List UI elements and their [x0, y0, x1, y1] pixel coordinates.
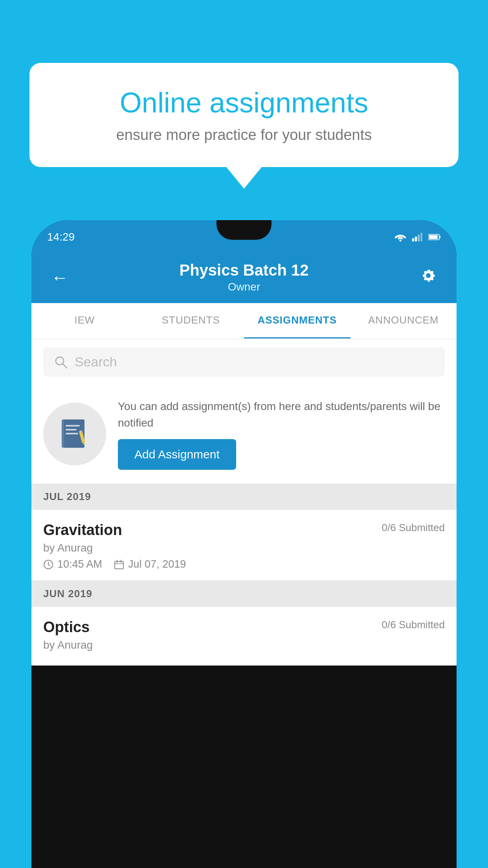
assignment-meta-gravitation: 10:45 AM Jul 07, 2019	[43, 558, 445, 570]
svg-rect-4	[420, 233, 422, 241]
time-value-gravitation: 10:45 AM	[57, 558, 102, 570]
tab-announcements[interactable]: ANNOUNCEM	[350, 303, 457, 338]
assignment-submitted-optics: 0/6 Submitted	[382, 619, 445, 631]
speech-bubble: Online assignments ensure more practice …	[29, 63, 459, 167]
battery-icon	[428, 234, 441, 241]
svg-line-9	[63, 364, 67, 368]
assignment-by-optics: by Anurag	[43, 639, 445, 651]
promo-description: You can add assignment(s) from here and …	[118, 398, 445, 431]
wifi-icon	[394, 233, 406, 241]
assignment-promo-icon	[43, 403, 106, 465]
svg-rect-13	[66, 429, 77, 430]
svg-rect-14	[66, 433, 78, 434]
svg-rect-12	[66, 425, 80, 427]
svg-rect-21	[115, 561, 123, 569]
notebook-icon	[57, 416, 92, 452]
svg-point-8	[56, 357, 64, 365]
svg-rect-7	[429, 235, 438, 239]
speech-bubble-wrapper: Online assignments ensure more practice …	[29, 63, 459, 189]
back-button[interactable]: ←	[47, 264, 72, 291]
assignment-promo-text: You can add assignment(s) from here and …	[118, 398, 445, 470]
tab-assignments[interactable]: ASSIGNMENTS	[244, 303, 350, 338]
tabs-bar: IEW STUDENTS ASSIGNMENTS ANNOUNCEM	[31, 303, 457, 339]
gear-icon	[420, 267, 437, 284]
batch-title: Physics Batch 12	[72, 261, 416, 279]
svg-rect-2	[415, 237, 417, 241]
speech-bubble-subtitle: ensure more practice for your students	[57, 127, 431, 143]
status-bar: 14:29	[31, 220, 457, 254]
clock-icon	[43, 559, 53, 570]
svg-point-0	[400, 239, 402, 241]
speech-bubble-arrow	[226, 167, 262, 189]
assignment-promo: You can add assignment(s) from here and …	[31, 384, 457, 484]
section-jun-2019: JUN 2019	[31, 581, 457, 607]
svg-rect-6	[439, 236, 440, 238]
assignment-submitted-gravitation: 0/6 Submitted	[382, 522, 445, 534]
phone-frame: 14:29 ← Phys	[31, 220, 457, 868]
search-placeholder: Search	[75, 354, 117, 370]
section-jul-2019: JUL 2019	[31, 484, 457, 510]
search-container: Search	[31, 339, 457, 384]
settings-button[interactable]	[416, 263, 441, 292]
assignment-name-optics: Optics	[43, 619, 90, 636]
svg-line-20	[48, 565, 50, 566]
date-value-gravitation: Jul 07, 2019	[128, 558, 186, 570]
speech-bubble-title: Online assignments	[57, 86, 431, 119]
app-header: ← Physics Batch 12 Owner	[31, 254, 457, 303]
search-bar[interactable]: Search	[43, 347, 445, 377]
svg-rect-3	[418, 235, 420, 241]
signal-icon	[412, 233, 422, 241]
svg-rect-1	[412, 238, 414, 241]
status-icons	[394, 233, 441, 241]
assignment-name-gravitation: Gravitation	[43, 522, 122, 539]
tab-students[interactable]: STUDENTS	[138, 303, 244, 338]
tab-iew[interactable]: IEW	[31, 303, 138, 338]
header-center: Physics Batch 12 Owner	[72, 261, 416, 293]
meta-date-gravitation: Jul 07, 2019	[114, 558, 186, 570]
assignment-by-gravitation: by Anurag	[43, 542, 445, 554]
search-icon	[54, 355, 68, 369]
calendar-icon	[114, 559, 124, 570]
assignment-optics[interactable]: Optics 0/6 Submitted by Anurag	[31, 607, 457, 666]
meta-time-gravitation: 10:45 AM	[43, 558, 102, 570]
assignment-gravitation[interactable]: Gravitation 0/6 Submitted by Anurag 10:4…	[31, 510, 457, 581]
batch-subtitle: Owner	[72, 281, 416, 293]
status-time: 14:29	[47, 231, 75, 243]
notch	[216, 220, 272, 240]
add-assignment-button[interactable]: Add Assignment	[118, 439, 236, 470]
